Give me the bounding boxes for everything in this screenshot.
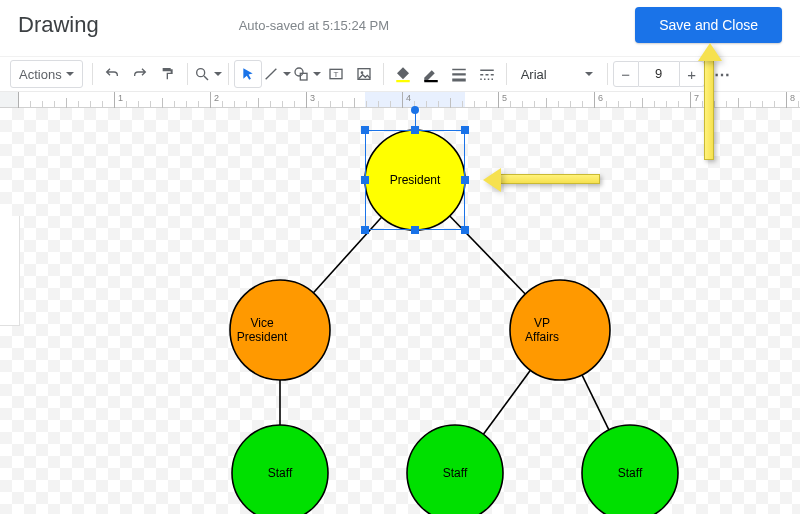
- line-weight-icon: [450, 65, 468, 83]
- chevron-down-icon: [313, 72, 321, 76]
- border-weight-button[interactable]: [445, 60, 473, 88]
- textbox-tool-button[interactable]: T: [322, 60, 350, 88]
- dialog-title: Drawing: [18, 12, 99, 38]
- image-icon: [356, 66, 372, 82]
- font-size-control: − 9 +: [613, 61, 705, 87]
- textbox-icon: T: [328, 66, 344, 82]
- shape-tool-button[interactable]: [292, 60, 322, 88]
- svg-point-3: [295, 68, 303, 76]
- org-edge[interactable]: [483, 370, 530, 434]
- selection-box[interactable]: [365, 130, 465, 230]
- drawing-canvas[interactable]: PresidentVicePresidentVPAffairsStaffStaf…: [0, 108, 800, 514]
- chevron-down-icon: [214, 72, 222, 76]
- border-dash-button[interactable]: [473, 60, 501, 88]
- redo-icon: [132, 66, 148, 82]
- canvas-area: PresidentVicePresidentVPAffairsStaffStaf…: [0, 108, 800, 514]
- font-family-select[interactable]: Arial: [512, 60, 602, 88]
- resize-handle[interactable]: [361, 226, 369, 234]
- zoom-icon: [194, 66, 210, 82]
- select-tool-button[interactable]: [234, 60, 262, 88]
- save-and-close-button[interactable]: Save and Close: [635, 7, 782, 43]
- svg-rect-9: [396, 80, 410, 82]
- horizontal-ruler[interactable]: 12345678: [0, 92, 800, 108]
- zoom-button[interactable]: [193, 60, 223, 88]
- svg-rect-10: [424, 80, 438, 82]
- svg-rect-20: [487, 79, 489, 81]
- svg-point-0: [196, 69, 204, 77]
- svg-rect-4: [300, 73, 307, 80]
- actions-menu-button[interactable]: Actions: [10, 60, 83, 88]
- resize-handle[interactable]: [461, 226, 469, 234]
- shape-icon: [293, 66, 309, 82]
- resize-handle[interactable]: [411, 226, 419, 234]
- image-tool-button[interactable]: [350, 60, 378, 88]
- line-tool-button[interactable]: [262, 60, 292, 88]
- svg-text:T: T: [333, 70, 338, 79]
- svg-rect-15: [480, 74, 483, 76]
- rotate-handle[interactable]: [411, 106, 419, 114]
- resize-handle[interactable]: [461, 126, 469, 134]
- svg-point-8: [360, 71, 363, 74]
- vertical-ruler-stub: [0, 216, 20, 326]
- svg-rect-13: [452, 79, 466, 82]
- resize-handle[interactable]: [461, 176, 469, 184]
- undo-icon: [104, 66, 120, 82]
- border-color-button[interactable]: [417, 60, 445, 88]
- svg-rect-19: [484, 79, 486, 81]
- font-family-value: Arial: [521, 67, 547, 82]
- org-node-label: Staff: [268, 466, 293, 480]
- svg-rect-17: [490, 74, 493, 76]
- svg-line-1: [204, 76, 208, 80]
- paint-format-button[interactable]: [154, 60, 182, 88]
- line-icon: [263, 66, 279, 82]
- pencil-icon: [422, 65, 440, 83]
- org-node-label: Staff: [618, 466, 643, 480]
- org-node-label: Staff: [443, 466, 468, 480]
- svg-rect-16: [485, 74, 488, 76]
- chevron-down-icon: [585, 72, 593, 76]
- line-dash-icon: [478, 65, 496, 83]
- autosave-status: Auto-saved at 5:15:24 PM: [239, 18, 389, 33]
- fill-bucket-icon: [394, 65, 412, 83]
- dialog-header: Drawing Auto-saved at 5:15:24 PM Save an…: [0, 0, 800, 56]
- toolbar: Actions T: [0, 56, 800, 92]
- actions-label: Actions: [19, 67, 62, 82]
- org-edge[interactable]: [582, 375, 609, 430]
- chevron-down-icon: [66, 72, 74, 76]
- font-size-increase-button[interactable]: +: [679, 61, 705, 87]
- fill-color-button[interactable]: [389, 60, 417, 88]
- svg-line-2: [265, 69, 276, 80]
- redo-button[interactable]: [126, 60, 154, 88]
- chevron-down-icon: [283, 72, 291, 76]
- font-size-value[interactable]: 9: [639, 61, 679, 87]
- paint-roller-icon: [160, 66, 176, 82]
- svg-rect-14: [480, 70, 494, 72]
- resize-handle[interactable]: [361, 126, 369, 134]
- font-size-decrease-button[interactable]: −: [613, 61, 639, 87]
- resize-handle[interactable]: [361, 176, 369, 184]
- svg-rect-21: [491, 79, 493, 81]
- svg-rect-12: [452, 73, 466, 75]
- annotation-arrow-up: [704, 60, 714, 160]
- cursor-icon: [241, 67, 255, 81]
- svg-rect-18: [480, 79, 482, 81]
- svg-rect-11: [452, 69, 466, 71]
- annotation-arrow-left: [500, 174, 600, 184]
- undo-button[interactable]: [98, 60, 126, 88]
